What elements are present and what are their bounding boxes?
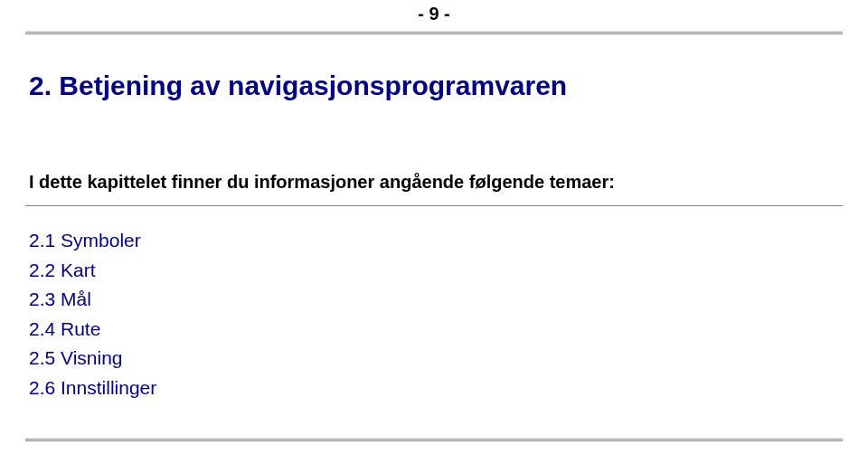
toc-link-symboler[interactable]: 2.1 Symboler — [29, 226, 843, 256]
divider-top — [25, 32, 843, 34]
page-number: - 9 - — [25, 0, 843, 32]
toc-link-rute[interactable]: 2.4 Rute — [29, 315, 843, 345]
divider-bottom — [25, 439, 843, 441]
document-page: - 9 - 2. Betjening av navigasjonsprogram… — [0, 0, 868, 454]
chapter-heading: 2. Betjening av navigasjonsprogramvaren — [29, 71, 843, 101]
toc-link-visning[interactable]: 2.5 Visning — [29, 344, 843, 374]
toc-link-kart[interactable]: 2.2 Kart — [29, 256, 843, 286]
divider-intro — [25, 205, 843, 206]
chapter-intro: I dette kapittelet finner du informasjon… — [29, 172, 843, 193]
toc-link-mal[interactable]: 2.3 Mål — [29, 285, 843, 315]
toc-link-innstillinger[interactable]: 2.6 Innstillinger — [29, 374, 843, 403]
toc-list: 2.1 Symboler 2.2 Kart 2.3 Mål 2.4 Rute 2… — [29, 226, 843, 402]
